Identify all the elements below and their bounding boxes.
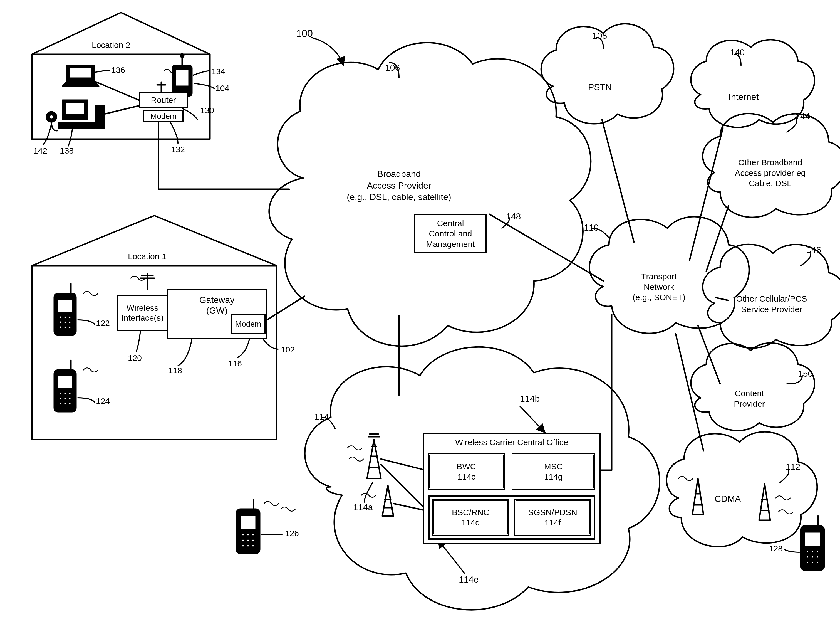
svg-point-33 — [68, 402, 71, 405]
svg-point-18 — [68, 321, 71, 324]
ref-138: 138 — [60, 146, 74, 156]
ref-136: 136 — [111, 65, 125, 75]
bwc-label: BWC 114c — [457, 461, 476, 482]
ref-132: 132 — [171, 145, 185, 154]
laptop-icon — [63, 65, 99, 86]
svg-point-29 — [64, 397, 67, 400]
svg-point-16 — [59, 321, 62, 324]
content-label: Content Provider — [721, 388, 777, 409]
svg-rect-8 — [96, 106, 104, 128]
ref-128: 128 — [769, 544, 783, 553]
sgsn-box: SGSN/PDSN 114f — [514, 499, 591, 536]
ref-100: 100 — [296, 28, 313, 40]
ccm-box: Central Control and Management — [414, 214, 487, 253]
ref-148: 148 — [506, 211, 521, 222]
ccm-label: Central Control and Management — [426, 218, 475, 250]
svg-point-38 — [247, 533, 249, 536]
pstn-cloud — [541, 24, 674, 124]
ref-134: 134 — [211, 67, 225, 76]
svg-point-41 — [247, 539, 249, 542]
svg-point-43 — [242, 544, 244, 547]
svg-point-28 — [59, 397, 62, 400]
ref-144: 144 — [795, 111, 810, 122]
tower-icon-cdma-left — [693, 478, 704, 515]
router-label: Router — [151, 95, 176, 105]
bwc-box: BWC 114c — [428, 453, 505, 490]
svg-point-13 — [59, 316, 62, 318]
ref-124: 124 — [96, 396, 110, 406]
svg-point-31 — [59, 402, 62, 405]
svg-point-10 — [49, 114, 54, 119]
svg-point-15 — [68, 316, 71, 318]
svg-rect-7 — [59, 122, 95, 128]
svg-point-37 — [242, 533, 244, 536]
modem-label-loc2: Modem — [151, 112, 176, 121]
pda-icon — [173, 54, 192, 96]
ref-116: 116 — [228, 359, 242, 368]
ref-126: 126 — [285, 529, 299, 538]
phone-icon-124 — [54, 360, 76, 412]
webcam-icon — [46, 112, 57, 131]
svg-point-57 — [816, 561, 819, 564]
svg-rect-4 — [70, 68, 92, 78]
gateway-label: Gateway (GW) — [200, 295, 235, 316]
svg-point-50 — [811, 550, 814, 553]
svg-rect-48 — [804, 532, 821, 546]
ref-102: 102 — [281, 345, 295, 354]
svg-point-3 — [181, 54, 184, 57]
svg-point-39 — [252, 533, 254, 536]
svg-point-27 — [68, 392, 71, 395]
bsc-box: BSC/RNC 114d — [433, 499, 509, 536]
svg-point-19 — [59, 326, 62, 329]
svg-point-25 — [59, 392, 62, 395]
modem-box-loc2: Modem — [143, 110, 184, 122]
svg-rect-6 — [65, 102, 85, 115]
ref-104: 104 — [216, 83, 230, 93]
svg-point-17 — [64, 321, 67, 324]
tower-icon-114a — [367, 434, 381, 478]
other-bb-label: Other Broadband Access provider eg Cable… — [720, 157, 820, 189]
internet-label: Internet — [729, 92, 759, 102]
ref-114a: 114a — [353, 502, 373, 512]
svg-point-30 — [68, 397, 71, 400]
sgsn-label: SGSN/PDSN 114f — [528, 507, 577, 528]
svg-point-49 — [806, 550, 809, 553]
loc2-title: Location 2 — [92, 40, 130, 50]
diagram-stage: Location 2 Router Modem Location 1 Gatew… — [0, 0, 840, 639]
other-cell-label: Other Cellular/PCS Service Provider — [720, 294, 823, 314]
ref-114e: 114e — [459, 574, 479, 585]
svg-point-32 — [64, 402, 67, 405]
msc-label: MSC 114g — [544, 461, 563, 482]
phone-icon-128 — [801, 516, 824, 570]
cdma-cloud — [667, 432, 817, 547]
pstn-label: PSTN — [588, 82, 612, 92]
msc-box: MSC 114g — [512, 453, 595, 490]
phone-icon-126 — [236, 499, 260, 553]
svg-point-56 — [811, 561, 814, 564]
wireless-if-box: Wireless Interface(s) — [117, 295, 168, 331]
svg-point-20 — [64, 326, 67, 329]
wireless-if-label: Wireless Interface(s) — [122, 303, 164, 323]
router-box: Router — [139, 92, 188, 108]
bsc-label: BSC/RNC 114d — [452, 507, 490, 528]
svg-point-45 — [252, 544, 254, 547]
tower-icon-114a2 — [382, 485, 393, 516]
svg-point-26 — [64, 392, 67, 395]
modem-label-loc1: Modem — [235, 320, 261, 329]
svg-rect-1 — [175, 70, 189, 86]
svg-point-14 — [64, 316, 67, 318]
ref-114: 114 — [314, 412, 329, 422]
tower-icon-cdma-right — [759, 484, 770, 520]
svg-rect-24 — [57, 375, 73, 389]
ref-140: 140 — [730, 47, 745, 57]
ref-146: 146 — [806, 245, 821, 255]
svg-point-40 — [242, 539, 244, 542]
svg-point-53 — [811, 556, 814, 558]
svg-point-52 — [806, 556, 809, 558]
svg-point-51 — [816, 550, 819, 553]
svg-rect-12 — [57, 299, 73, 312]
ref-122: 122 — [96, 318, 110, 328]
ref-112: 112 — [786, 462, 800, 472]
ref-108: 108 — [592, 30, 607, 41]
ref-130: 130 — [200, 106, 214, 115]
